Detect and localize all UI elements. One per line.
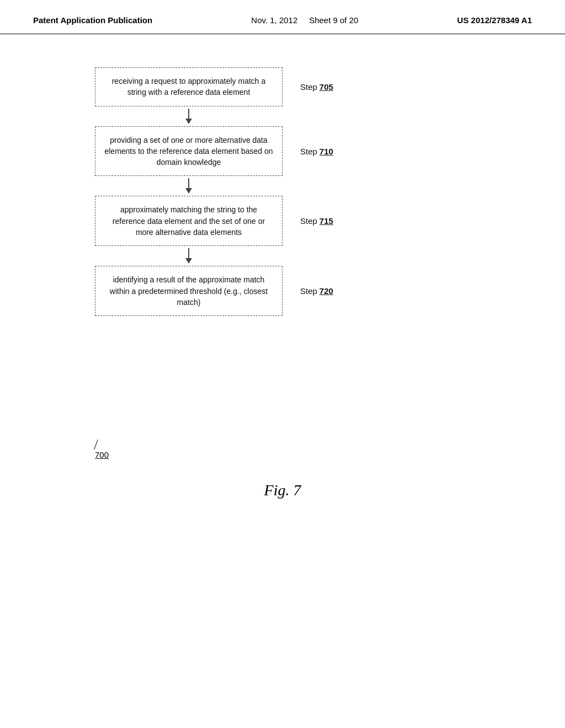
arrow-1-line (188, 109, 189, 119)
publication-label: Patent Application Publication (33, 15, 152, 25)
main-content: receiving a request to approximately mat… (0, 34, 565, 521)
step-715-box: approximately matching the string to the… (95, 196, 282, 246)
step-720-label: Step 720 (300, 286, 333, 296)
fig-ref: ∕ 700 (95, 437, 109, 459)
step-710-number: 710 (319, 147, 333, 156)
step-715-label: Step 715 (300, 216, 333, 226)
page-header: Patent Application Publication Nov. 1, 2… (0, 0, 565, 34)
step-705-row: receiving a request to approximately mat… (95, 67, 470, 106)
step-715-text: approximately matching the string to the… (104, 204, 273, 238)
step-705-prefix: Step (300, 82, 317, 92)
step-710-text: providing a set of one or more alternati… (104, 135, 273, 168)
step-720-prefix: Step (300, 286, 317, 296)
arrow-1-container (95, 106, 282, 126)
step-710-label: Step 710 (300, 147, 333, 156)
fig-ref-slash-icon: ∕ (93, 437, 99, 452)
step-705-label: Step 705 (300, 82, 333, 92)
sheet-label: Sheet 9 of 20 (309, 15, 358, 25)
date-sheet-label: Nov. 1, 2012 Sheet 9 of 20 (251, 15, 358, 25)
step-720-row: identifying a result of the approximate … (95, 266, 470, 316)
step-710-prefix: Step (300, 147, 317, 156)
arrow-2-container (95, 176, 282, 196)
arrow-3-line (188, 248, 189, 258)
step-715-prefix: Step (300, 216, 317, 226)
step-705-box: receiving a request to approximately mat… (95, 67, 282, 106)
arrow-1-head (185, 119, 192, 124)
step-720-box: identifying a result of the approximate … (95, 266, 282, 316)
arrow-2-head (185, 188, 192, 194)
flowchart: receiving a request to approximately mat… (33, 67, 532, 316)
step-705-text: receiving a request to approximately mat… (104, 76, 273, 98)
step-720-text: identifying a result of the approximate … (104, 274, 273, 308)
patent-number-label: US 2012/278349 A1 (457, 15, 532, 25)
page: Patent Application Publication Nov. 1, 2… (0, 0, 565, 521)
step-715-row: approximately matching the string to the… (95, 196, 470, 246)
step-720-number: 720 (319, 286, 333, 296)
step-705-number: 705 (319, 82, 333, 92)
arrow-3-head (185, 258, 192, 264)
arrow-1 (95, 106, 470, 126)
step-710-row: providing a set of one or more alternati… (95, 126, 470, 176)
arrow-2-line (188, 178, 189, 188)
step-710-box: providing a set of one or more alternati… (95, 126, 282, 176)
fig-ref-area: ∕ 700 (95, 437, 470, 459)
arrow-3 (95, 246, 470, 266)
step-715-number: 715 (319, 216, 333, 226)
figure-label: Fig. 7 (264, 481, 301, 499)
arrow-2 (95, 176, 470, 196)
date-label: Nov. 1, 2012 (251, 15, 297, 25)
arrow-3-container (95, 246, 282, 266)
